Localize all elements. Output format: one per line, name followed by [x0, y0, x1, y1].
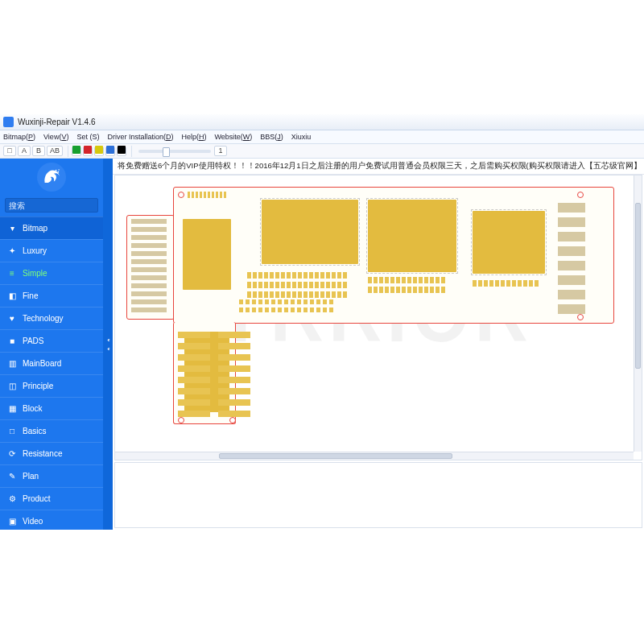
menu-xiuxiu[interactable]: Xiuxiu [291, 133, 312, 141]
tool-rect[interactable]: □ [3, 146, 16, 156]
svg-point-1 [58, 171, 60, 173]
category-icon: ⚙ [6, 494, 18, 503]
pcb-component [303, 299, 308, 304]
pcb-component [558, 232, 585, 242]
info-pane[interactable] [114, 462, 642, 528]
pcb-component [275, 282, 279, 288]
pcb-component [390, 277, 394, 283]
sidebar-item-technology[interactable]: ♥Technology [0, 307, 103, 329]
sidebar-item-pads[interactable]: ■PADS [0, 329, 103, 352]
sidebar-item-video[interactable]: ▣Video [0, 510, 103, 530]
sidebar-item-luxury[interactable]: ✦Luxury [0, 239, 103, 262]
v-scrollbar[interactable] [634, 175, 642, 452]
sidebar-item-block[interactable]: ▦Block [0, 397, 103, 419]
pcb-component [218, 354, 250, 361]
pcb-component [278, 299, 282, 304]
pcb-component [396, 277, 400, 283]
pcb-component [275, 291, 279, 298]
pcb-component [131, 275, 167, 280]
pcb-component [131, 283, 167, 288]
sidebar-item-label: MainBoard [23, 359, 61, 368]
sidebar-item-plan[interactable]: ✎Plan [0, 464, 103, 487]
sidebar-item-label: Principle [23, 382, 53, 390]
sidebar-item-label: Product [23, 494, 50, 503]
category-icon: ▥ [6, 359, 18, 368]
pcb-component [281, 291, 285, 298]
menu-bbs[interactable]: BBS(J) [260, 133, 283, 141]
sidebar-collapse[interactable]: ‹‹ ‹‹ [103, 159, 113, 530]
sidebar-item-label: Video [23, 517, 43, 526]
tool-style-ab[interactable]: AB [47, 146, 63, 156]
color-swatch[interactable] [105, 147, 115, 156]
toolbar-size[interactable]: 1 [214, 146, 227, 156]
pcb-component [413, 277, 417, 283]
sidebar-item-basics[interactable]: □Basics [0, 419, 103, 442]
pcb-component [297, 308, 301, 312]
pcb-component [216, 192, 218, 198]
sidebar-item-label: PADS [23, 336, 44, 345]
sidebar-item-simple[interactable]: ≡Simple [0, 262, 103, 284]
pcb-component [212, 192, 214, 198]
search-input[interactable] [6, 201, 114, 210]
pcb-component [284, 308, 288, 312]
color-swatch[interactable] [72, 147, 81, 156]
pcb-component [343, 282, 347, 288]
pcb-component [471, 209, 547, 275]
sidebar-item-product[interactable]: ⚙Product [0, 487, 103, 510]
pcb-component [218, 332, 250, 338]
sidebar-item-principle[interactable]: ◫Principle [0, 374, 103, 397]
color-swatch[interactable] [94, 147, 104, 156]
menu-website[interactable]: Website(W) [214, 133, 252, 141]
sidebar-item-resistance[interactable]: ⟳Resistance [0, 442, 103, 464]
main-area: 将免费赠送6个月的VIP使用特权！！！2016年12月1日之后注册的用户免费试用… [113, 159, 644, 530]
pcb-component [332, 291, 336, 298]
scroll-thumb[interactable] [219, 453, 452, 459]
menu-help[interactable]: Help(H) [181, 133, 206, 141]
h-scrollbar[interactable] [115, 452, 634, 460]
menu-bitmap[interactable]: Bitmap(P) [3, 133, 35, 141]
sidebar-item-label: Plan [23, 472, 39, 481]
menu-driver-installation[interactable]: Driver Installation(D) [107, 133, 173, 141]
tool-style-a[interactable]: A [18, 146, 31, 156]
tool-style-b[interactable]: B [32, 146, 45, 156]
pcb-component [253, 282, 257, 288]
pcb-component [284, 299, 288, 304]
pcb-component [287, 291, 291, 298]
menubar: Bitmap(P)View(V)Set (S)Driver Installati… [0, 130, 644, 144]
color-swatch[interactable] [117, 147, 126, 156]
pcb-component [265, 308, 269, 312]
menu-view[interactable]: View(V) [43, 133, 68, 141]
category-icon: ⟳ [6, 449, 18, 458]
category-icon: ♥ [6, 314, 18, 323]
search-box[interactable]: 🔍 [5, 198, 98, 213]
sidebar-item-fine[interactable]: ◧Fine [0, 284, 103, 307]
svg-point-0 [56, 170, 57, 171]
pcb-component [264, 291, 268, 298]
pcb-component [183, 219, 231, 290]
pcb-component [529, 280, 533, 287]
menu-set-s-[interactable]: Set (S) [76, 133, 99, 141]
toolbar-slider[interactable] [138, 150, 211, 153]
pcb-component [224, 192, 226, 198]
pcb-component [326, 291, 330, 298]
sidebar-item-label: Resistance [23, 449, 62, 458]
pcb-component [558, 275, 585, 285]
pcb-component [343, 272, 347, 279]
pcb-component [178, 377, 210, 383]
pcb-component [287, 282, 291, 288]
pcb-component [495, 280, 499, 287]
pcb-component [281, 282, 285, 288]
pcb-component [271, 299, 275, 304]
pcb-component [396, 287, 400, 293]
color-swatch[interactable] [83, 147, 93, 156]
pcb-component [303, 282, 308, 288]
sidebar-item-bitmap[interactable]: ▾Bitmap [0, 217, 103, 239]
pcb-component [436, 277, 440, 283]
pcb-component [258, 299, 262, 304]
pcb-component [332, 282, 336, 288]
scroll-thumb[interactable] [635, 203, 641, 369]
sidebar-item-mainboard[interactable]: ▥MainBoard [0, 352, 103, 374]
viewer-canvas[interactable]: YRRIOR [115, 175, 634, 452]
viewer[interactable]: YRRIOR [114, 175, 642, 460]
pcb-drawing [126, 187, 614, 424]
